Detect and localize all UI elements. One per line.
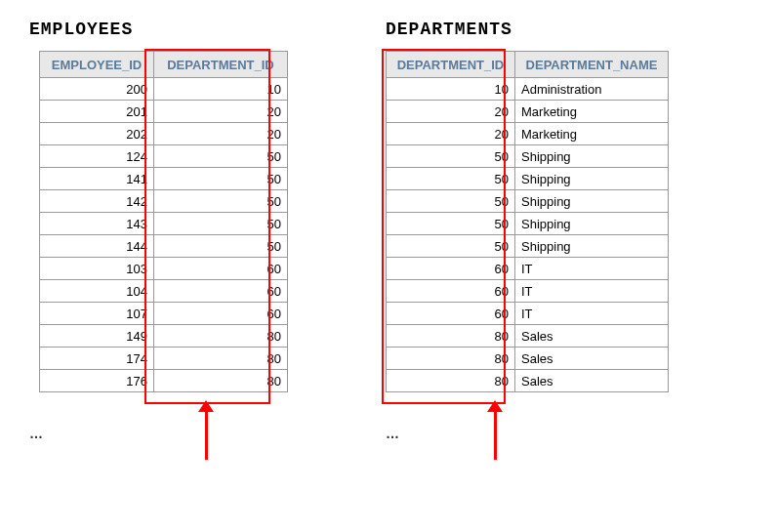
employees-ellipsis: … (29, 426, 43, 441)
table-row: 80Sales (387, 325, 669, 348)
cell-dept-id: 50 (387, 145, 515, 168)
cell-employee-id: 149 (40, 325, 154, 348)
table-row: 14450 (40, 235, 288, 258)
table-row: 10Administration (387, 78, 669, 101)
arrow-shaft-icon (205, 411, 208, 460)
table-row: 10460 (40, 280, 288, 303)
cell-dept-name: Sales (515, 370, 669, 392)
cell-employee-id: 174 (40, 348, 154, 370)
cell-department-id: 80 (154, 370, 288, 392)
cell-dept-id: 60 (387, 303, 515, 325)
table-row: 10360 (40, 258, 288, 280)
table-row: 14250 (40, 190, 288, 213)
cell-dept-name: IT (515, 258, 669, 280)
cell-department-id: 50 (154, 168, 288, 190)
table-row: 60IT (387, 303, 669, 325)
cell-employee-id: 103 (40, 258, 154, 280)
cell-employee-id: 107 (40, 303, 154, 325)
cell-dept-name: Shipping (515, 145, 669, 168)
cell-dept-name: IT (515, 303, 669, 325)
cell-dept-name: Shipping (515, 190, 669, 213)
cell-dept-id: 80 (387, 348, 515, 370)
cell-dept-id: 50 (387, 235, 515, 258)
pk-arrow: 主键：唯一、非空 (432, 400, 557, 461)
cell-employee-id: 104 (40, 280, 154, 303)
table-row: 60IT (387, 258, 669, 280)
table-row: 14350 (40, 213, 288, 235)
cell-dept-id: 80 (387, 325, 515, 348)
cell-dept-id: 60 (387, 258, 515, 280)
cell-dept-name: Sales (515, 325, 669, 348)
cell-employee-id: 142 (40, 190, 154, 213)
cell-dept-id: 80 (387, 370, 515, 392)
col-dept-id: DEPARTMENT_ID (387, 52, 515, 78)
cell-employee-id: 176 (40, 370, 154, 392)
departments-block: DEPARTMENTS DEPARTMENT_ID DEPARTMENT_NAM… (386, 20, 669, 441)
col-dept-name: DEPARTMENT_NAME (515, 52, 669, 78)
employees-table: EMPLOYEE_ID DEPARTMENT_ID 20010201202022… (39, 51, 288, 392)
table-row: 50Shipping (387, 235, 669, 258)
cell-employee-id: 143 (40, 213, 154, 235)
table-row: 20Marketing (387, 123, 669, 145)
table-row: 20010 (40, 78, 288, 101)
cell-dept-name: Marketing (515, 101, 669, 123)
cell-dept-name: Shipping (515, 213, 669, 235)
cell-department-id: 50 (154, 190, 288, 213)
col-department-id: DEPARTMENT_ID (154, 52, 288, 78)
cell-employee-id: 144 (40, 235, 154, 258)
cell-department-id: 50 (154, 145, 288, 168)
cell-department-id: 60 (154, 303, 288, 325)
cell-employee-id: 201 (40, 101, 154, 123)
cell-employee-id: 124 (40, 145, 154, 168)
table-row: 20220 (40, 123, 288, 145)
cell-department-id: 20 (154, 123, 288, 145)
cell-dept-name: Marketing (515, 123, 669, 145)
cell-dept-name: Shipping (515, 235, 669, 258)
departments-header-row: DEPARTMENT_ID DEPARTMENT_NAME (387, 52, 669, 78)
table-row: 17480 (40, 348, 288, 370)
col-employee-id: EMPLOYEE_ID (40, 52, 154, 78)
cell-dept-name: Sales (515, 348, 669, 370)
cell-employee-id: 141 (40, 168, 154, 190)
cell-dept-id: 10 (387, 78, 515, 101)
employees-title: EMPLOYEES (29, 20, 288, 39)
table-row: 17680 (40, 370, 288, 392)
cell-department-id: 80 (154, 348, 288, 370)
departments-table: DEPARTMENT_ID DEPARTMENT_NAME 10Administ… (386, 51, 669, 392)
cell-department-id: 20 (154, 101, 288, 123)
cell-dept-id: 20 (387, 101, 515, 123)
fk-arrow: 外键 (190, 400, 222, 461)
cell-department-id: 50 (154, 213, 288, 235)
cell-employee-id: 202 (40, 123, 154, 145)
table-row: 50Shipping (387, 213, 669, 235)
table-row: 20120 (40, 101, 288, 123)
departments-ellipsis: … (386, 426, 399, 441)
table-row: 12450 (40, 145, 288, 168)
cell-department-id: 60 (154, 258, 288, 280)
table-row: 50Shipping (387, 145, 669, 168)
cell-dept-id: 50 (387, 168, 515, 190)
departments-title: DEPARTMENTS (386, 20, 669, 39)
cell-department-id: 80 (154, 325, 288, 348)
cell-dept-id: 50 (387, 213, 515, 235)
arrow-shaft-icon (494, 411, 497, 460)
cell-dept-id: 60 (387, 280, 515, 303)
diagram-container: EMPLOYEES EMPLOYEE_ID DEPARTMENT_ID 2001… (29, 20, 749, 441)
table-row: 14150 (40, 168, 288, 190)
table-row: 50Shipping (387, 168, 669, 190)
cell-department-id: 50 (154, 235, 288, 258)
table-row: 80Sales (387, 348, 669, 370)
cell-department-id: 10 (154, 78, 288, 101)
cell-employee-id: 200 (40, 78, 154, 101)
cell-dept-name: Administration (515, 78, 669, 101)
table-row: 50Shipping (387, 190, 669, 213)
cell-department-id: 60 (154, 280, 288, 303)
cell-dept-id: 50 (387, 190, 515, 213)
table-row: 10760 (40, 303, 288, 325)
table-row: 14980 (40, 325, 288, 348)
cell-dept-name: Shipping (515, 168, 669, 190)
cell-dept-name: IT (515, 280, 669, 303)
table-row: 60IT (387, 280, 669, 303)
employees-header-row: EMPLOYEE_ID DEPARTMENT_ID (40, 52, 288, 78)
table-row: 80Sales (387, 370, 669, 392)
